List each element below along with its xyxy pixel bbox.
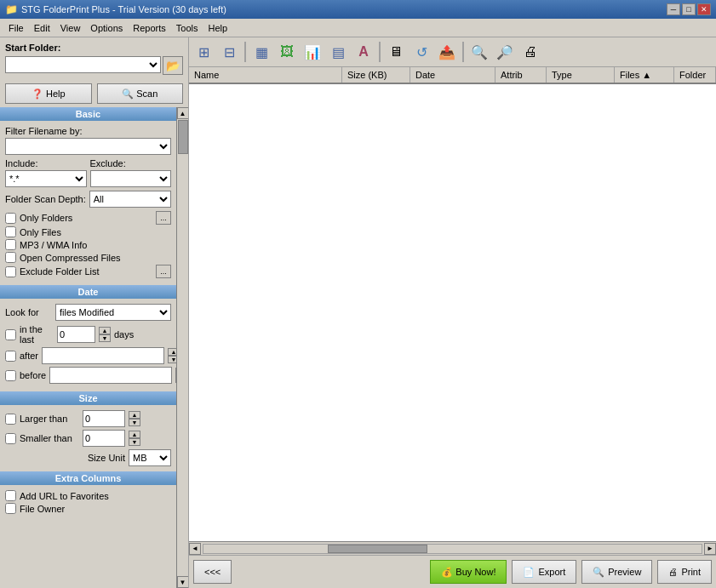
toolbar-btn-5[interactable]: ▤: [326, 40, 350, 64]
add-url-checkbox[interactable]: [5, 490, 16, 501]
larger-spin-up[interactable]: ▲: [129, 411, 140, 419]
before-label: before: [20, 370, 46, 380]
buy-now-button[interactable]: 💰 Buy Now!: [430, 560, 507, 584]
left-scrollbar[interactable]: ▲ ▼: [176, 107, 188, 588]
col-folder[interactable]: Folder: [674, 67, 716, 83]
col-attrib[interactable]: Attrib: [495, 67, 547, 83]
smaller-spin-down[interactable]: ▼: [129, 438, 140, 446]
filter-scroll[interactable]: Basic Filter Filename by: Include: *.*: [0, 107, 176, 588]
size-section-content: Larger than ▲ ▼ Smaller than: [0, 405, 176, 471]
size-section-header: Size: [0, 391, 176, 405]
title-bar: 📁 STG FolderPrint Plus - Trial Version (…: [0, 0, 716, 19]
toolbar-columns-icon: ▤: [332, 44, 345, 60]
export-button[interactable]: 📄 Export: [512, 560, 576, 584]
col-type[interactable]: Type: [547, 67, 615, 83]
toolbar-btn-0[interactable]: ⊞: [192, 40, 215, 64]
filter-filename-label: Filter Filename by:: [5, 126, 171, 136]
toolbar-btn-10[interactable]: 🔍: [467, 40, 491, 64]
toolbar-btn-6[interactable]: A: [352, 40, 375, 64]
toolbar-btn-2[interactable]: ▦: [249, 40, 273, 64]
exclude-select[interactable]: [90, 170, 172, 187]
larger-than-input[interactable]: [83, 410, 125, 427]
h-scroll-left[interactable]: ◄: [189, 543, 201, 555]
toolbar-btn-9[interactable]: 📤: [435, 40, 459, 64]
before-input[interactable]: 2015-01-14: [49, 367, 172, 384]
mp3-checkbox[interactable]: [5, 239, 16, 250]
filter-filename-select[interactable]: [5, 138, 171, 155]
folder-input-row: 📂: [5, 56, 183, 75]
menu-options[interactable]: Options: [85, 21, 128, 35]
scroll-track[interactable]: [178, 120, 188, 575]
smaller-than-input[interactable]: [83, 430, 125, 447]
larger-spin-down[interactable]: ▼: [129, 419, 140, 426]
scan-button[interactable]: 🔍 Scan: [97, 83, 184, 104]
after-spin-up[interactable]: ▲: [168, 348, 176, 356]
toolbar-btn-7[interactable]: 🖥: [384, 40, 408, 64]
menu-tools[interactable]: Tools: [171, 21, 203, 35]
buy-now-label: 💰 Buy Now!: [441, 567, 495, 578]
browse-button[interactable]: 📂: [163, 56, 183, 75]
start-folder-section: Start Folder: 📂: [0, 37, 188, 80]
menu-reports[interactable]: Reports: [128, 21, 171, 35]
file-list-empty: [189, 84, 716, 425]
file-owner-checkbox[interactable]: [5, 503, 16, 514]
look-for-select[interactable]: files Modifiedfiles Createdfiles Accesse…: [55, 304, 171, 321]
menu-file[interactable]: File: [3, 21, 29, 35]
only-files-checkbox[interactable]: [5, 226, 16, 237]
help-button[interactable]: ❓ Help: [5, 83, 92, 104]
depth-select[interactable]: All123: [89, 191, 171, 208]
menu-edit[interactable]: Edit: [29, 21, 55, 35]
days-spin-down[interactable]: ▼: [99, 334, 111, 342]
horizontal-scrollbar[interactable]: ◄ ►: [189, 541, 716, 555]
prev-button[interactable]: <<<: [193, 560, 232, 584]
after-input[interactable]: 2015-01-14: [42, 347, 164, 364]
toolbar-btn-11[interactable]: 🔎: [493, 40, 517, 64]
smaller-spin-up[interactable]: ▲: [129, 431, 140, 438]
file-list[interactable]: Name Size (KB) Date Attrib Type Files ▲ …: [189, 67, 716, 541]
days-spin-up[interactable]: ▲: [99, 327, 111, 334]
only-folders-browse[interactable]: ...: [156, 211, 171, 225]
minimize-button[interactable]: ─: [667, 3, 680, 15]
print-button[interactable]: 🖨 Print: [657, 560, 712, 584]
h-scroll-track[interactable]: [203, 544, 702, 554]
exclude-folder-browse[interactable]: ...: [156, 265, 171, 278]
maximize-button[interactable]: □: [682, 3, 696, 15]
folder-input[interactable]: [5, 56, 161, 73]
close-button[interactable]: ✕: [697, 3, 711, 15]
toolbar-btn-8[interactable]: ↺: [410, 40, 433, 64]
days-input[interactable]: [57, 326, 95, 343]
checkbox-only-folders: Only Folders ...: [5, 211, 171, 225]
scroll-down-arrow[interactable]: ▼: [177, 576, 189, 588]
h-scroll-right[interactable]: ►: [704, 543, 716, 555]
col-name[interactable]: Name: [189, 67, 342, 83]
toolbar-btn-1[interactable]: ⊟: [217, 40, 241, 64]
smaller-than-checkbox[interactable]: [5, 433, 16, 444]
include-select[interactable]: *.*: [5, 170, 87, 187]
in-the-last-checkbox[interactable]: [5, 329, 16, 340]
toolbar-btn-12[interactable]: 🖨: [518, 40, 542, 64]
in-the-last-row: in the last ▲ ▼ days: [5, 324, 171, 345]
window-title: STG FolderPrint Plus - Trial Version (30…: [21, 4, 226, 14]
preview-label: Preview: [608, 567, 641, 577]
col-date[interactable]: Date: [410, 67, 495, 83]
exclude-folder-checkbox[interactable]: [5, 266, 16, 277]
export-label: Export: [538, 567, 565, 577]
toolbar-btn-3[interactable]: 🖼: [275, 40, 299, 64]
toolbar-scan2-icon: 🖥: [389, 44, 403, 60]
larger-than-checkbox[interactable]: [5, 414, 16, 425]
include-group: Include: *.*: [5, 158, 87, 187]
toolbar-btn-4[interactable]: 📊: [301, 40, 324, 64]
compressed-checkbox[interactable]: [5, 252, 16, 263]
after-checkbox[interactable]: [5, 351, 16, 362]
only-folders-checkbox[interactable]: [5, 213, 16, 224]
col-files[interactable]: Files ▲: [615, 67, 674, 83]
col-size[interactable]: Size (KB): [342, 67, 410, 83]
menu-view[interactable]: View: [55, 21, 86, 35]
size-unit-select[interactable]: MBKBGB: [129, 449, 171, 466]
preview-button[interactable]: 🔍 Preview: [581, 560, 652, 584]
menu-help[interactable]: Help: [203, 21, 233, 35]
after-spin-down[interactable]: ▼: [168, 356, 176, 363]
before-checkbox[interactable]: [5, 370, 16, 381]
before-row: before 2015-01-14 ▲ ▼: [5, 367, 171, 384]
scroll-up-arrow[interactable]: ▲: [177, 107, 189, 119]
